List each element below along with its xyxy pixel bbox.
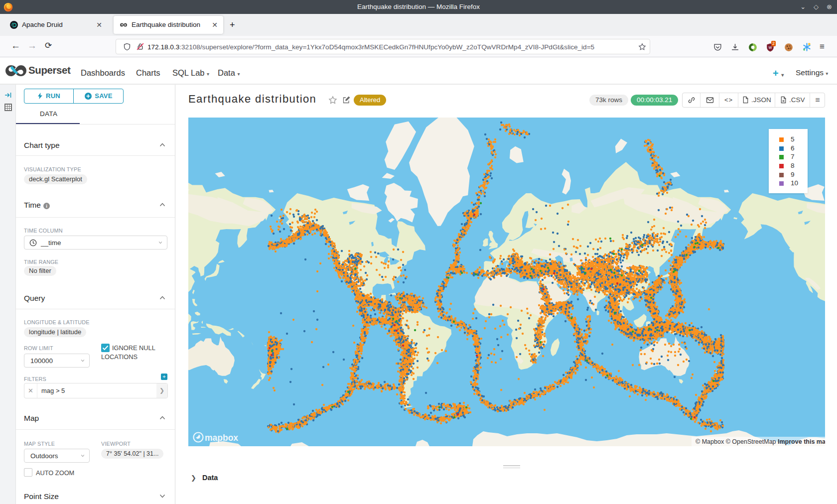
svg-text:© Mapbox © OpenStreetMap Impro: © Mapbox © OpenStreetMap Improve this ma… bbox=[696, 438, 825, 445]
svg-text:mapbox: mapbox bbox=[205, 433, 238, 443]
